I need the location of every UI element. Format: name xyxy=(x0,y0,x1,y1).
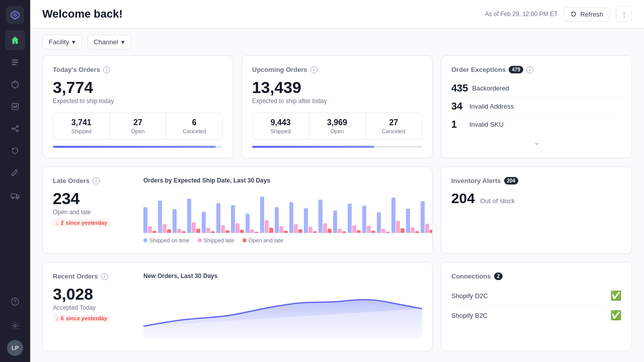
more-icon: ⋮ xyxy=(621,11,627,18)
bar-shipped-late xyxy=(367,226,371,233)
recent-orders-subtitle: Accepted Today xyxy=(53,304,133,311)
bar-open-late xyxy=(342,231,346,233)
todays-canceled-stat: 6 Canceled xyxy=(167,113,222,139)
bar-shipped-on-time xyxy=(246,214,250,233)
header-right: As of Feb 29, 12:00 PM ET Refresh ⋮ xyxy=(485,6,632,22)
svg-point-16 xyxy=(14,325,17,327)
bar-shipped-late xyxy=(265,220,269,233)
header: Welcome back! As of Feb 29, 12:00 PM ET … xyxy=(30,0,644,29)
todays-open-num: 27 xyxy=(116,118,159,127)
exception-invalid-address: 34 Invalid Address xyxy=(451,98,621,116)
svg-point-15 xyxy=(12,298,19,305)
todays-shipped-label: Shipped xyxy=(59,128,103,134)
bar-shipped-late xyxy=(352,225,356,233)
bar-shipped-late xyxy=(323,223,327,233)
more-button[interactable]: ⋮ xyxy=(616,6,632,22)
svg-point-13 xyxy=(12,198,14,199)
bar-group xyxy=(406,209,419,233)
sidebar-item-home[interactable] xyxy=(5,30,25,50)
bar-shipped-on-time xyxy=(362,206,366,233)
todays-progress-bar xyxy=(53,146,223,148)
todays-canceled-num: 6 xyxy=(173,118,216,127)
late-orders-chart: Orders by Expected Ship Date, Last 30 Da… xyxy=(143,177,433,243)
sidebar-item-shipping[interactable] xyxy=(5,185,25,205)
inventory-alerts-card: Inventory Alerts 204 204 Out of stock xyxy=(441,166,632,254)
late-orders-info-icon[interactable]: i xyxy=(93,177,100,185)
facility-filter[interactable]: Facility ▾ xyxy=(42,35,82,49)
avatar[interactable]: LP xyxy=(7,340,23,356)
late-orders-title: Late Orders i xyxy=(53,177,133,185)
bar-open-late xyxy=(269,228,273,233)
bar-open-late xyxy=(240,230,244,233)
bar-group xyxy=(216,203,229,233)
late-orders-card: Late Orders i 234 Open and late ↓ 2 sinc… xyxy=(42,166,433,254)
svg-rect-6 xyxy=(13,105,14,108)
sidebar-item-settings[interactable] xyxy=(5,316,25,336)
bar-shipped-on-time xyxy=(187,199,191,233)
sidebar-bottom: LP xyxy=(5,292,25,356)
bar-shipped-late xyxy=(279,226,283,233)
bar-shipped-on-time xyxy=(377,212,381,233)
bar-shipped-late xyxy=(294,224,298,233)
delta-arrow-icon: ↓ xyxy=(56,220,59,226)
bar-group xyxy=(202,212,215,233)
recent-delta-arrow-icon: ↓ xyxy=(56,315,59,321)
bar-open-late xyxy=(255,232,259,233)
todays-orders-count: 3,774 xyxy=(53,79,223,96)
upcoming-canceled-label: Canceled xyxy=(372,128,416,134)
sidebar-item-reports[interactable] xyxy=(5,97,25,117)
channel-filter[interactable]: Channel ▾ xyxy=(87,35,131,49)
todays-orders-info-icon[interactable]: i xyxy=(103,66,110,73)
todays-canceled-label: Canceled xyxy=(173,128,216,134)
bar-shipped-late xyxy=(235,223,239,233)
svg-point-9 xyxy=(12,128,14,130)
line-chart-title: New Orders, Last 30 Days xyxy=(143,273,422,280)
recent-orders-count: 3,028 xyxy=(53,286,133,302)
bar-open-late xyxy=(225,230,229,233)
upcoming-orders-title: Upcoming Orders i xyxy=(252,66,422,73)
inventory-out-of-stock: 204 Out of stock xyxy=(451,191,621,207)
sidebar-item-help[interactable] xyxy=(5,292,25,312)
bar-group xyxy=(173,209,186,233)
sidebar-item-inventory[interactable] xyxy=(5,74,25,95)
recent-orders-info-icon[interactable]: i xyxy=(101,273,108,280)
sidebar-item-returns[interactable] xyxy=(5,141,25,161)
bar-group xyxy=(158,201,171,233)
refresh-button[interactable]: Refresh xyxy=(564,7,610,22)
sidebar-item-orders[interactable] xyxy=(5,52,25,72)
bar-shipped-on-time xyxy=(333,211,337,233)
bar-shipped-on-time xyxy=(231,205,235,233)
legend-open-late: Open and late xyxy=(243,237,283,243)
bar-shipped-late xyxy=(308,227,312,233)
connections-badge: 2 xyxy=(494,273,503,280)
facility-label: Facility xyxy=(49,38,69,46)
bar-open-late xyxy=(167,229,171,233)
late-orders-delta: ↓ 2 since yesterday xyxy=(53,219,110,227)
exceptions-info-icon[interactable]: i xyxy=(526,66,533,73)
legend-shipped-late: Shipped late xyxy=(198,237,234,243)
svg-rect-4 xyxy=(12,64,17,65)
svg-rect-3 xyxy=(12,62,19,63)
todays-shipped-num: 3,741 xyxy=(59,118,103,127)
upcoming-orders-info-icon[interactable]: i xyxy=(310,66,317,73)
upcoming-shipped-label: Shipped xyxy=(259,128,302,134)
bar-open-late xyxy=(152,231,156,233)
bar-group xyxy=(348,204,361,233)
sidebar-item-integrations[interactable] xyxy=(5,119,25,139)
bar-group xyxy=(275,207,288,233)
bar-shipped-late xyxy=(250,229,254,233)
bar-group xyxy=(318,200,332,233)
connections-card: Connections 2 Shopify D2C ✅ Shopify B2C … xyxy=(441,262,632,351)
svg-point-14 xyxy=(17,198,18,199)
recent-orders-stats: Recent Orders i 3,028 Accepted Today ↓ 6… xyxy=(53,273,133,341)
connections-title: Connections 2 xyxy=(451,273,621,280)
todays-orders-subtitle: Expected to ship today xyxy=(53,98,223,105)
bar-shipped-on-time xyxy=(275,207,279,233)
channel-label: Channel xyxy=(94,38,118,46)
sidebar-item-tools[interactable] xyxy=(5,163,25,183)
bar-shipped-late xyxy=(206,228,210,233)
todays-orders-title: Today's Orders i xyxy=(53,66,223,73)
bar-open-late xyxy=(182,231,186,233)
bar-shipped-on-time xyxy=(391,198,395,233)
exceptions-expand-button[interactable]: ⌄ xyxy=(451,137,621,147)
